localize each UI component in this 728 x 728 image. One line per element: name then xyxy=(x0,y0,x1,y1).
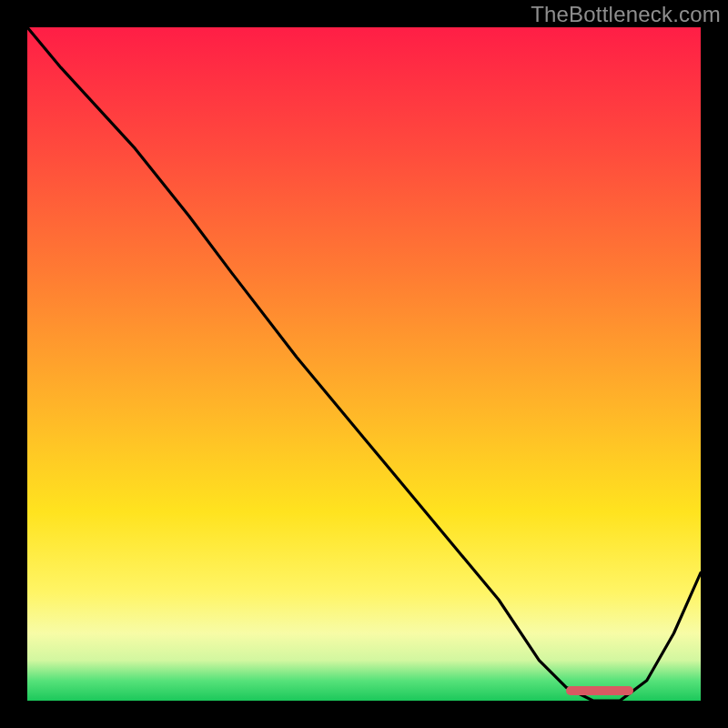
stage: TheBottleneck.com xyxy=(0,0,728,728)
watermark-text: TheBottleneck.com xyxy=(531,2,721,27)
bottleneck-curve xyxy=(27,27,701,701)
plot-area xyxy=(27,27,701,701)
optimal-range-bar xyxy=(566,686,633,695)
curve-path xyxy=(27,27,701,701)
